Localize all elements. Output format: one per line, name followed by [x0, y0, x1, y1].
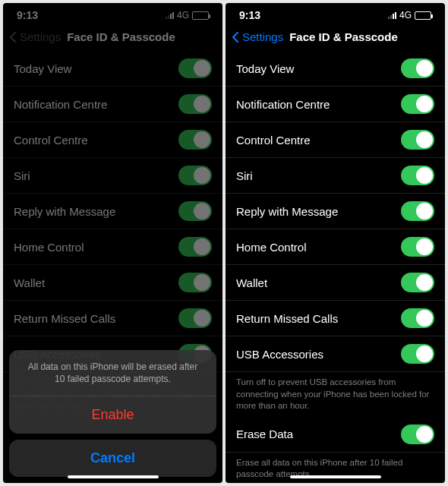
battery-icon: [192, 11, 209, 20]
row-label: Siri: [236, 169, 253, 182]
home-indicator[interactable]: [290, 475, 381, 478]
action-sheet: All data on this iPhone will be erased a…: [3, 350, 222, 483]
switch-siri[interactable]: [401, 166, 434, 185]
sheet-group: All data on this iPhone will be erased a…: [9, 350, 216, 434]
row-label: Wallet: [236, 276, 267, 289]
status-right: 4G: [388, 10, 431, 21]
row-label: Erase Data: [236, 428, 293, 440]
row-notification-centre: Notification Centre: [3, 87, 222, 122]
switch-reply-message[interactable]: [401, 201, 434, 221]
switch-erase-data[interactable]: [401, 424, 434, 444]
switch-today-view[interactable]: [401, 58, 434, 78]
switch-control-centre[interactable]: [178, 130, 212, 150]
switch-today-view[interactable]: [178, 58, 212, 78]
switch-notification-centre[interactable]: [178, 94, 212, 114]
status-right: 4G: [166, 10, 209, 21]
row-wallet: Wallet: [3, 265, 222, 301]
status-time: 9:13: [17, 9, 38, 21]
row-home-control: Home Control: [3, 229, 222, 265]
signal-icon: [388, 12, 396, 19]
row-label: Wallet: [14, 276, 45, 289]
home-indicator[interactable]: [68, 475, 159, 478]
switch-siri[interactable]: [178, 166, 212, 185]
row-label: Siri: [14, 169, 30, 182]
screen-left: 9:13 4G Settings Face ID & Passcode Toda…: [3, 3, 222, 483]
status-time: 9:13: [239, 9, 260, 21]
row-erase-data: Erase Data: [226, 417, 445, 453]
back-chevron-icon[interactable]: [232, 31, 239, 43]
sheet-message: All data on this iPhone will be erased a…: [9, 350, 216, 396]
row-label: Home Control: [236, 241, 307, 254]
enable-button[interactable]: Enable: [9, 396, 216, 434]
row-label: Return Missed Calls: [14, 312, 115, 325]
switch-wallet[interactable]: [178, 273, 212, 292]
row-label: Notification Centre: [14, 98, 107, 111]
row-label: Reply with Message: [236, 205, 338, 218]
row-siri: Siri: [3, 158, 222, 194]
battery-icon: [415, 11, 431, 20]
usb-footer-text: Turn off to prevent USB accessories from…: [226, 372, 445, 417]
switch-reply-message[interactable]: [178, 201, 212, 221]
row-control-centre: Control Centre: [226, 122, 445, 158]
cancel-button[interactable]: Cancel: [9, 440, 216, 477]
row-label: Home Control: [14, 241, 84, 254]
row-today-view: Today View: [226, 51, 445, 87]
switch-notification-centre[interactable]: [401, 94, 434, 114]
status-carrier: 4G: [399, 10, 412, 21]
row-label: Control Centre: [236, 134, 311, 147]
row-home-control: Home Control: [226, 229, 445, 265]
row-label: USB Accessories: [236, 348, 323, 361]
switch-control-centre[interactable]: [401, 130, 434, 150]
back-button-label[interactable]: Settings: [242, 30, 283, 43]
nav-title: Face ID & Passcode: [67, 30, 175, 43]
switch-home-control[interactable]: [178, 237, 212, 257]
row-label: Reply with Message: [14, 205, 115, 218]
row-reply-message: Reply with Message: [226, 194, 445, 229]
switch-home-control[interactable]: [401, 237, 434, 257]
nav-bar: Settings Face ID & Passcode: [226, 26, 445, 51]
row-reply-message: Reply with Message: [3, 194, 222, 229]
back-chevron-icon[interactable]: [9, 31, 17, 43]
row-label: Today View: [236, 62, 294, 75]
row-label: Control Centre: [14, 134, 88, 147]
row-label: Today View: [14, 62, 71, 75]
row-usb-accessories: USB Accessories: [226, 336, 445, 372]
row-return-missed-calls: Return Missed Calls: [226, 301, 445, 336]
screen-right: 9:13 4G Settings Face ID & Passcode Toda…: [226, 3, 445, 483]
row-return-missed-calls: Return Missed Calls: [3, 301, 222, 336]
row-label: Return Missed Calls: [236, 312, 338, 325]
row-label: Notification Centre: [236, 98, 330, 111]
switch-wallet[interactable]: [401, 273, 434, 292]
back-button-label[interactable]: Settings: [20, 30, 61, 43]
row-wallet: Wallet: [226, 265, 445, 301]
row-siri: Siri: [226, 158, 445, 194]
nav-title: Face ID & Passcode: [289, 30, 398, 43]
switch-return-missed-calls[interactable]: [178, 308, 212, 328]
status-bar: 9:13 4G: [226, 3, 445, 26]
status-carrier: 4G: [177, 10, 189, 21]
switch-usb-accessories[interactable]: [401, 344, 434, 364]
signal-icon: [166, 12, 174, 19]
switch-return-missed-calls[interactable]: [401, 308, 434, 328]
row-today-view: Today View: [3, 51, 222, 87]
row-notification-centre: Notification Centre: [226, 87, 445, 122]
nav-bar: Settings Face ID & Passcode: [3, 26, 222, 51]
row-control-centre: Control Centre: [3, 122, 222, 158]
status-bar: 9:13 4G: [3, 3, 222, 26]
